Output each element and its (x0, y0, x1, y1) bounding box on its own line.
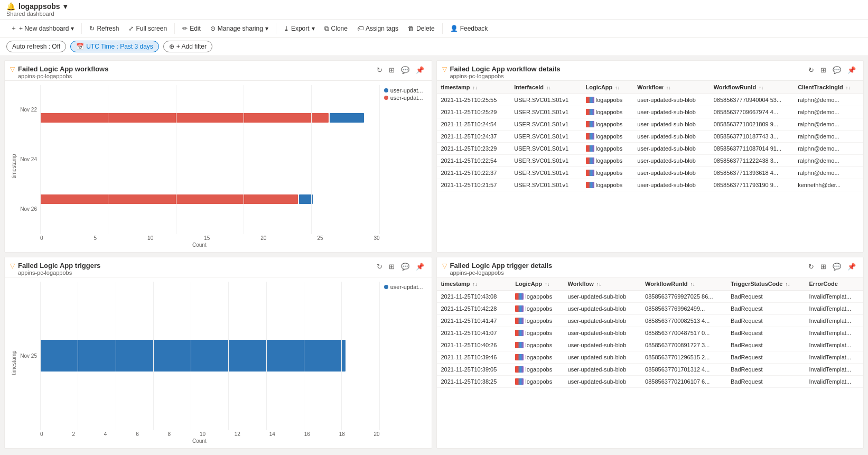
chart-comment-button[interactable]: 💬 (399, 65, 412, 75)
table-row[interactable]: 2021-11-25T10:41:07 logappobs user-updat… (437, 327, 864, 339)
export-button[interactable]: ⤓ Export ▾ (279, 23, 319, 34)
y-tick-nov24: Nov 24 (20, 156, 37, 162)
assign-tags-button[interactable]: 🏷 Assign tags (353, 23, 403, 34)
table-comment-button[interactable]: 💬 (830, 65, 843, 75)
manage-sharing-button[interactable]: ⊙ Manage sharing ▾ (206, 23, 273, 34)
auto-refresh-filter[interactable]: Auto refresh : Off (6, 41, 66, 52)
refresh-triggers-button[interactable]: ↻ (375, 262, 385, 272)
cell-workflow: user-updated-sub-blob (633, 94, 709, 106)
trigger-details-grid-button[interactable]: ⊞ (818, 262, 828, 272)
table-row[interactable]: 2021-11-25T10:39:05 logappobs user-updat… (437, 363, 864, 375)
table-row[interactable]: 2021-11-25T10:42:28 logappobs user-updat… (437, 302, 864, 314)
panel-actions-triggers: ↻ ⊞ 💬 📌 (375, 262, 426, 272)
table-row[interactable]: 2021-11-25T10:24:54 USER.SVC01.S01v1 log… (437, 118, 864, 131)
triggers-grid-button[interactable]: ⊞ (387, 262, 397, 272)
cell-tracking: ralphn@demo... (794, 167, 863, 179)
triggers-comment-button[interactable]: 💬 (399, 262, 412, 272)
tcol-logicapp[interactable]: LogicApp ↑↓ (511, 277, 563, 291)
refresh-table-button[interactable]: ↻ (806, 65, 816, 75)
chevron-down-icon[interactable]: ▾ (63, 2, 67, 11)
table-row[interactable]: 2021-11-25T10:39:46 logappobs user-updat… (437, 351, 864, 363)
workflow-details-table-area[interactable]: timestamp ↑↓ InterfaceId ↑↓ LogicApp ↑↓ … (437, 81, 864, 252)
feedback-icon: 👤 (450, 25, 458, 32)
table-row[interactable]: 2021-11-25T10:25:55 USER.SVC01.S01v1 log… (437, 94, 864, 106)
panel-trigger-details: ▽ Failed Logic App trigger details appin… (436, 257, 864, 449)
logapp-icon (515, 354, 524, 360)
panel-title-area-triggers: ▽ Failed Logic App triggers appins-pc-lo… (10, 262, 100, 276)
legend-label-red: user-updat... (390, 95, 423, 101)
refresh-button[interactable]: ↻ Refresh (85, 23, 123, 34)
dashboard-title[interactable]: 🔔 logappsobs ▾ (6, 2, 67, 11)
chevron-down-icon: ▾ (265, 25, 268, 32)
clone-button[interactable]: ⧉ Clone (320, 23, 352, 34)
cell-tracking: ralphn@demo... (794, 143, 863, 155)
cell-timestamp: 2021-11-25T10:23:29 (437, 143, 510, 155)
table-row[interactable]: 2021-11-25T10:23:29 USER.SVC01.S01v1 log… (437, 143, 864, 155)
col-workflow[interactable]: Workflow ↑↓ (633, 81, 709, 94)
table-row[interactable]: 2021-11-25T10:21:57 USER.SVC01.S01v1 log… (437, 179, 864, 191)
table-row[interactable]: 2021-11-25T10:24:37 USER.SVC01.S01v1 log… (437, 131, 864, 143)
chart-pin-button[interactable]: 📌 (414, 65, 426, 75)
table-grid-button[interactable]: ⊞ (818, 65, 828, 75)
cell-workflow: user-updated-sub-blob (633, 118, 709, 131)
table-row[interactable]: 2021-11-25T10:22:54 USER.SVC01.S01v1 log… (437, 155, 864, 167)
fullscreen-button[interactable]: ⤢ Full screen (124, 23, 171, 34)
refresh-chart-button[interactable]: ↻ (375, 65, 385, 75)
cell-timestamp: 2021-11-25T10:25:55 (437, 94, 510, 106)
filter-icon-right: ▽ (442, 66, 447, 73)
table-row[interactable]: 2021-11-25T10:22:37 USER.SVC01.S01v1 log… (437, 167, 864, 179)
cell-tracking: ralphn@demo... (794, 131, 863, 143)
col-timestamp[interactable]: timestamp ↑↓ (437, 81, 510, 94)
tcell-timestamp: 2021-11-25T10:38:25 (437, 375, 511, 387)
table-pin-button[interactable]: 📌 (845, 65, 858, 75)
x-axis-ticks: 0 5 10 15 20 25 30 (19, 235, 380, 241)
logapp-icon (586, 133, 594, 140)
y-axis-label-triggers: timestamp (9, 282, 19, 444)
table-row[interactable]: 2021-11-25T10:38:25 logappobs user-updat… (437, 375, 864, 387)
main-content: ▽ Failed Logic App workflows appins-pc-l… (0, 56, 868, 453)
x-tick-0: 0 (40, 431, 43, 437)
tcol-timestamp[interactable]: timestamp ↑↓ (437, 277, 511, 291)
col-interfaceid[interactable]: InterfaceId ↑↓ (510, 81, 581, 94)
panel-title-text-right: Failed Logic App workflow details appins… (450, 65, 561, 79)
tcol-workflowrunid[interactable]: WorkflowRunId ↑↓ (641, 277, 726, 291)
table-row[interactable]: 2021-11-25T10:25:29 USER.SVC01.S01v1 log… (437, 106, 864, 118)
trigger-details-table-area[interactable]: timestamp ↑↓ LogicApp ↑↓ Workflow ↑↓ Wor… (437, 277, 864, 449)
trigger-details-comment-button[interactable]: 💬 (830, 262, 843, 272)
triggers-chart-title: Failed Logic App triggers (18, 262, 100, 270)
cell-logicapp: logappobs (582, 155, 633, 167)
tcell-timestamp: 2021-11-25T10:41:07 (437, 327, 511, 339)
feedback-button[interactable]: 👤 Feedback (446, 23, 492, 34)
cell-runid: 08585637710021809 9... (710, 118, 794, 131)
add-filter-button[interactable]: ⊕ + Add filter (163, 41, 212, 52)
logapp-icon (515, 366, 524, 373)
tcol-triggerstatuscode[interactable]: TriggerStatusCode ↑↓ (726, 277, 805, 291)
x-axis-label: Count (19, 242, 380, 248)
x-tick-18: 18 (339, 431, 345, 437)
logapp-icon (586, 182, 594, 188)
col-clienttrackingid[interactable]: ClientTrackingId ↑↓ (794, 81, 863, 94)
edit-button[interactable]: ✏ Edit (178, 23, 205, 34)
utc-time-filter[interactable]: 📅 UTC Time : Past 3 days (70, 41, 159, 52)
tcol-errorcode[interactable]: ErrorCode (805, 277, 863, 291)
col-logicapp[interactable]: LogicApp ↑↓ (582, 81, 633, 94)
trigger-details-pin-button[interactable]: 📌 (845, 262, 858, 272)
sort-icon: ↑↓ (759, 85, 763, 90)
refresh-trigger-details-button[interactable]: ↻ (806, 262, 816, 272)
logapp-icon (515, 293, 524, 300)
tcell-status: BadRequest (726, 363, 805, 375)
sort-icon: ↑↓ (596, 282, 601, 287)
tcol-workflow[interactable]: Workflow ↑↓ (564, 277, 641, 291)
filter-bar: Auto refresh : Off 📅 UTC Time : Past 3 d… (0, 38, 868, 56)
delete-button[interactable]: 🗑 Delete (404, 23, 439, 34)
new-dashboard-button[interactable]: ＋ + New dashboard ▾ (6, 22, 78, 35)
table-row[interactable]: 2021-11-25T10:43:08 logappobs user-updat… (437, 290, 864, 302)
table-row[interactable]: 2021-11-25T10:40:26 logappobs user-updat… (437, 339, 864, 351)
workflows-chart-subtitle: appins-pc-logappobs (18, 73, 108, 79)
triggers-pin-button[interactable]: 📌 (414, 262, 426, 272)
sort-icon: ↑↓ (473, 85, 478, 90)
chart-grid-button[interactable]: ⊞ (387, 65, 397, 75)
table-row[interactable]: 2021-11-25T10:41:47 logappobs user-updat… (437, 314, 864, 327)
panel-actions: ↻ ⊞ 💬 📌 (375, 65, 426, 75)
col-workflowrunid[interactable]: WorkflowRunId ↑↓ (710, 81, 794, 94)
